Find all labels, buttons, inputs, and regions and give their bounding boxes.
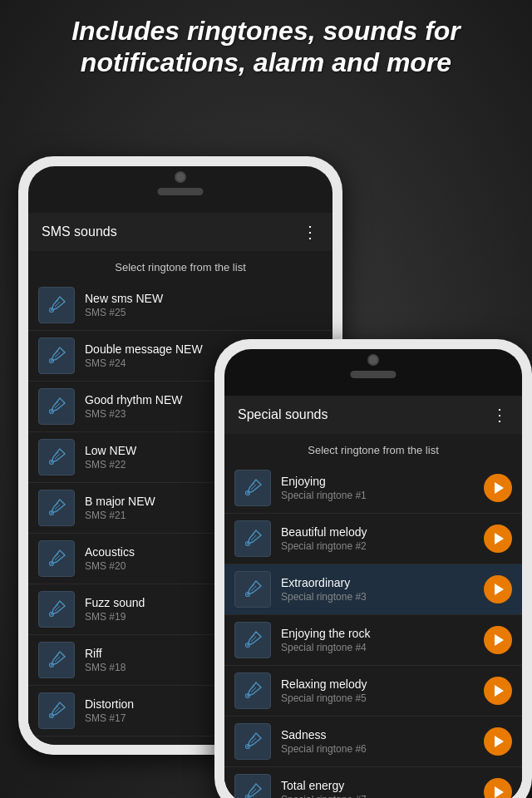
phone1-speaker: [158, 188, 204, 195]
phone2: Special sounds ⋮ Select ringtone from th…: [214, 339, 532, 798]
ring-icon: [38, 591, 75, 628]
ringtone-name: Relaxing melody: [281, 677, 484, 691]
list-item[interactable]: New sms NEW SMS #25: [28, 280, 332, 331]
ring-icon: [38, 642, 75, 678]
ring-icon: [234, 622, 271, 658]
ringtone-name: Beautiful melody: [281, 525, 484, 539]
ring-icon: [38, 388, 75, 425]
phone2-screen-container: Special sounds ⋮ Select ringtone from th…: [224, 349, 522, 798]
ring-icon: [234, 520, 271, 557]
header-line2: notifications, alarm and more: [81, 47, 451, 77]
phone1-appbar: SMS sounds ⋮: [28, 213, 332, 251]
ringtone-name: Enjoying the rock: [281, 627, 484, 640]
phone2-appbar: Special sounds ⋮: [224, 396, 522, 434]
ringtone-name: Sadness: [281, 728, 484, 741]
ring-icon: [234, 672, 271, 709]
ringtone-sub: SMS #25: [85, 307, 323, 318]
ringtone-name: Extraordinary: [281, 576, 484, 589]
ring-icon: [38, 692, 75, 729]
phone1-subtitle: Select ringtone from the list: [28, 251, 332, 280]
play-button[interactable]: [484, 474, 512, 502]
phone1-title: SMS sounds: [42, 224, 117, 239]
play-button[interactable]: [484, 677, 512, 705]
list-item[interactable]: Enjoying Special ringtone #1: [224, 463, 522, 514]
list-item[interactable]: Beautiful melody Special ringtone #2: [224, 514, 522, 564]
ring-icon: [38, 439, 75, 475]
ring-icon: [38, 337, 75, 374]
ringtone-sub: Special ringtone #2: [281, 540, 484, 552]
header-line1: Includes ringtones, sounds for: [71, 16, 461, 46]
phone2-menu-button[interactable]: ⋮: [491, 405, 509, 425]
ringtone-sub: Special ringtone #6: [281, 743, 484, 755]
ring-icon: [38, 540, 75, 577]
play-button[interactable]: [484, 626, 512, 654]
play-button[interactable]: [484, 727, 512, 756]
phone2-speaker: [351, 371, 397, 378]
ringtone-name: Total energy: [281, 779, 484, 792]
phone2-subtitle: Select ringtone from the list: [224, 434, 522, 463]
phone1-menu-button[interactable]: ⋮: [302, 222, 319, 242]
phone2-list: Enjoying Special ringtone #1 Beautiful m…: [224, 463, 522, 798]
list-item[interactable]: Sadness Special ringtone #6: [224, 717, 522, 767]
list-item[interactable]: Relaxing melody Special ringtone #5: [224, 666, 522, 717]
phone2-screen: Special sounds ⋮ Select ringtone from th…: [224, 396, 522, 798]
ringtone-sub: Special ringtone #1: [281, 490, 484, 501]
header-text: Includes ringtones, sounds for notificat…: [0, 15, 532, 79]
list-item[interactable]: Enjoying the rock Special ringtone #4: [224, 615, 522, 666]
phone1-camera: [175, 171, 186, 183]
ringtone-sub: Special ringtone #3: [281, 591, 484, 603]
ring-icon: [234, 571, 271, 608]
ringtone-sub: Special ringtone #4: [281, 642, 484, 653]
ringtone-name: Enjoying: [281, 475, 484, 488]
list-item[interactable]: Total energy Special ringtone #7: [224, 767, 522, 798]
ringtone-name: New sms NEW: [85, 292, 323, 305]
ring-icon: [234, 723, 271, 760]
ringtone-sub: Special ringtone #5: [281, 692, 484, 704]
ring-icon: [38, 490, 75, 526]
play-button[interactable]: [484, 525, 512, 553]
ring-icon: [38, 287, 75, 323]
phone2-camera: [367, 354, 379, 366]
ring-icon: [234, 470, 271, 506]
phone2-title: Special sounds: [238, 407, 328, 422]
ring-icon: [234, 774, 271, 798]
play-button[interactable]: [484, 778, 512, 798]
play-button[interactable]: [484, 575, 512, 603]
ringtone-sub: Special ringtone #7: [281, 794, 484, 798]
list-item[interactable]: Extraordinary Special ringtone #3: [224, 564, 522, 615]
